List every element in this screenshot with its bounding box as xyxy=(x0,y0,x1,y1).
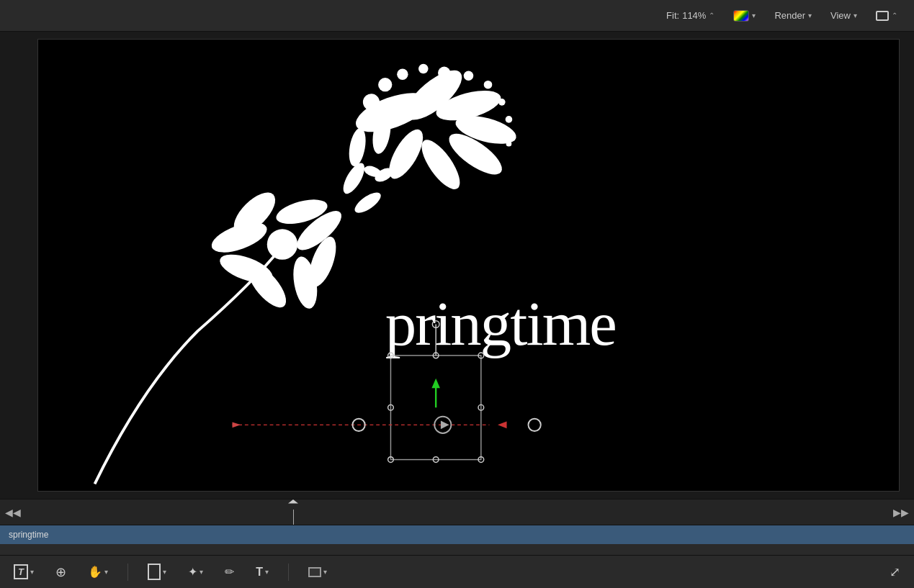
pen-tool-button[interactable]: ✏ xyxy=(220,562,239,582)
svg-point-21 xyxy=(464,71,474,81)
timeline-area: ◀◀ ▶▶ springtime xyxy=(0,499,914,555)
hand-icon: ✋ xyxy=(88,565,102,579)
svg-point-25 xyxy=(506,141,512,147)
view-chevron: ▾ xyxy=(853,12,857,19)
svg-point-16 xyxy=(363,94,380,110)
render-label: Render xyxy=(774,10,805,21)
text-select-tool-button[interactable]: T ▾ xyxy=(9,561,39,582)
top-toolbar: Fit: 114% ⌃ ▾ Render ▾ View ▾ ⌃ xyxy=(0,0,914,32)
separator-1 xyxy=(127,564,128,581)
text-type-tool-button[interactable]: T ▾ xyxy=(251,563,274,582)
svg-point-51 xyxy=(528,419,540,431)
playhead-marker-icon xyxy=(288,499,298,510)
fit-control[interactable]: Fit: 114% ⌃ xyxy=(661,8,720,23)
svg-point-0 xyxy=(267,229,297,259)
pen-icon: ✏ xyxy=(225,565,234,579)
path-chevron: ▾ xyxy=(200,568,203,576)
timeline-playhead[interactable] xyxy=(292,499,294,525)
svg-point-30 xyxy=(351,189,384,217)
type-icon: T xyxy=(256,566,263,579)
hand-chevron: ▾ xyxy=(104,568,108,576)
display-icon xyxy=(876,11,889,21)
expand-button[interactable]: ⤢ xyxy=(884,561,905,583)
text-tool-icon: T xyxy=(14,564,28,579)
svg-marker-49 xyxy=(441,421,449,430)
zoom-level: 114% xyxy=(682,10,706,21)
shape-tool-button[interactable]: ▾ xyxy=(143,561,171,583)
shape-icon xyxy=(148,564,161,580)
color-control[interactable]: ▾ xyxy=(728,8,761,24)
fit-label: Fit: xyxy=(666,10,679,21)
display-chevron: ⌃ xyxy=(892,12,897,19)
canvas-svg: pringtime xyxy=(38,40,899,491)
svg-point-22 xyxy=(484,81,493,89)
svg-point-19 xyxy=(418,64,429,74)
zoom-chevron: ⌃ xyxy=(709,12,714,19)
svg-point-17 xyxy=(378,78,392,91)
type-chevron: ▾ xyxy=(265,568,269,576)
svg-point-26 xyxy=(492,164,501,173)
expand-icon: ⤢ xyxy=(890,564,900,580)
color-chevron: ▾ xyxy=(752,12,756,19)
render-control[interactable]: Render ▾ xyxy=(769,8,817,23)
canvas-area: pringtime xyxy=(0,32,914,499)
render-chevron: ▾ xyxy=(808,12,812,19)
view-control[interactable]: View ▾ xyxy=(825,8,862,23)
track-name: springtime xyxy=(9,530,48,540)
timeline-track-label[interactable]: springtime xyxy=(0,525,914,544)
fill-icon xyxy=(308,567,321,577)
bottom-toolbar: T ▾ ⊕ ✋ ▾ ▾ ✦ ▾ ✏ T ▾ ▾ ⤢ xyxy=(0,555,914,588)
svg-point-24 xyxy=(506,116,513,123)
fill-chevron: ▾ xyxy=(323,568,327,576)
svg-marker-53 xyxy=(431,379,440,389)
svg-point-23 xyxy=(498,99,506,106)
svg-text:pringtime: pringtime xyxy=(385,289,616,358)
svg-point-4 xyxy=(241,258,292,313)
hand-tool-button[interactable]: ✋ ▾ xyxy=(83,562,113,582)
display-control[interactable]: ⌃ xyxy=(871,9,902,23)
view-label: View xyxy=(830,10,851,21)
svg-marker-46 xyxy=(233,422,241,428)
canvas-viewport[interactable]: pringtime xyxy=(37,39,900,492)
timeline-end-button[interactable]: ▶▶ xyxy=(888,499,914,525)
playhead-line xyxy=(293,510,294,525)
shape-chevron: ▾ xyxy=(163,568,166,576)
path-icon: ✦ xyxy=(188,565,197,579)
text-tool-chevron: ▾ xyxy=(30,568,34,576)
color-swatch-icon xyxy=(733,10,749,22)
svg-point-18 xyxy=(397,69,408,80)
svg-point-20 xyxy=(438,67,450,79)
orbit-icon: ⊕ xyxy=(55,564,66,580)
timeline-start-button[interactable]: ◀◀ xyxy=(0,499,26,525)
fill-tool-button[interactable]: ▾ xyxy=(303,564,332,580)
svg-point-28 xyxy=(346,127,368,168)
orbit-tool-button[interactable]: ⊕ xyxy=(50,561,71,583)
timeline-bar: ◀◀ ▶▶ xyxy=(0,499,914,525)
separator-2 xyxy=(288,564,289,581)
path-tool-button[interactable]: ✦ ▾ xyxy=(183,562,208,582)
svg-marker-50 xyxy=(498,422,507,429)
